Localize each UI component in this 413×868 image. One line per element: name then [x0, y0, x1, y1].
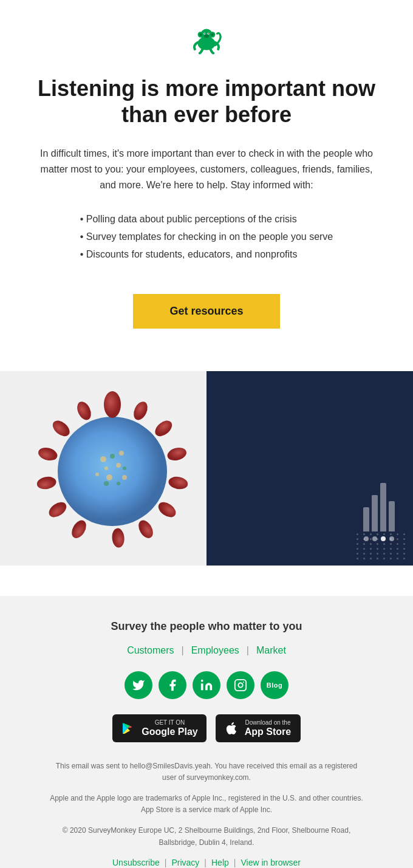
headline: Listening is more important now than eve…: [12, 75, 401, 128]
footer-copyright: © 2020 SurveyMonkey Europe UC, 2 Shelbou…: [12, 825, 401, 848]
app-store-text: Download on the App Store: [245, 719, 291, 737]
svg-point-10: [204, 35, 209, 38]
bottom-sep-1: |: [165, 858, 167, 867]
footer-links: Unsubscribe | Privacy | Help | View in b…: [12, 858, 401, 867]
footer-nav-customers[interactable]: Customers: [127, 645, 174, 656]
bullet-1: • Polling data about public perceptions …: [80, 211, 333, 228]
svg-point-27: [116, 463, 121, 468]
bullet-list: • Polling data about public perceptions …: [56, 211, 358, 263]
facebook-icon[interactable]: [159, 671, 186, 699]
app-store-main: App Store: [245, 726, 291, 737]
blog-label: Blog: [267, 682, 282, 689]
cta-button-wrapper: Get resources: [12, 294, 401, 329]
svg-point-17: [166, 445, 188, 462]
footer-nav-market[interactable]: Market: [256, 645, 286, 656]
chart-bar-1: [363, 507, 369, 531]
svg-point-29: [119, 451, 124, 456]
svg-point-5: [211, 33, 214, 36]
svg-point-28: [106, 474, 112, 480]
svg-point-37: [201, 679, 203, 682]
google-play-text: GET IT ON Google Play: [142, 719, 197, 737]
spacer: [0, 566, 413, 596]
chart-bar-3: [380, 483, 386, 531]
svg-point-4: [199, 33, 202, 36]
dot-pattern: [357, 533, 407, 559]
bullet-2: • Survey templates for checking in on th…: [80, 228, 333, 246]
linkedin-icon[interactable]: [193, 671, 220, 699]
hero-right: [206, 371, 413, 566]
svg-point-30: [95, 473, 99, 476]
svg-point-14: [75, 399, 94, 422]
footer-legal-apple: Apple and the Apple logo are trademarks …: [12, 793, 401, 816]
svg-point-26: [100, 456, 106, 462]
svg-point-13: [131, 399, 151, 422]
google-play-main: Google Play: [142, 726, 197, 737]
footer-nav-employees[interactable]: Employees: [191, 645, 239, 656]
svg-point-11: [58, 417, 167, 526]
svg-point-23: [135, 518, 155, 541]
app-buttons: GET IT ON Google Play Download on the Ap…: [12, 714, 401, 742]
svg-point-22: [46, 499, 69, 520]
svg-point-12: [104, 391, 121, 418]
footer-tagline: Survey the people who matter to you: [12, 620, 401, 633]
chart-bar-2: [372, 495, 378, 531]
logo-area: [12, 24, 401, 57]
svg-point-35: [104, 481, 109, 486]
svg-rect-38: [235, 679, 246, 690]
chart-bar-4: [389, 501, 395, 531]
svg-point-32: [104, 466, 108, 470]
google-play-button[interactable]: GET IT ON Google Play: [112, 714, 206, 742]
get-resources-button[interactable]: Get resources: [133, 294, 279, 329]
top-section: Listening is more important now than eve…: [0, 0, 413, 371]
social-icons: Blog: [12, 671, 401, 699]
instagram-icon[interactable]: [227, 671, 254, 699]
svg-point-9: [208, 33, 210, 35]
footer-legal-email: This email was sent to hello@SmilesDavis…: [12, 760, 401, 784]
play-store-icon: [121, 721, 135, 736]
svg-point-25: [111, 527, 125, 548]
svg-point-18: [37, 445, 59, 462]
twitter-icon[interactable]: [125, 671, 152, 699]
view-in-browser-link[interactable]: View in browser: [241, 858, 301, 867]
chart-area: [363, 483, 395, 541]
app-store-button[interactable]: Download on the App Store: [216, 714, 301, 742]
svg-point-31: [122, 475, 127, 480]
apple-icon: [224, 721, 239, 736]
footer-section: Survey the people who matter to you Cust…: [0, 596, 413, 868]
body-text: In difficult times, it's more important …: [12, 146, 401, 193]
svg-point-20: [36, 475, 57, 490]
svg-point-24: [69, 518, 89, 541]
svg-point-19: [168, 475, 189, 490]
separator-2: |: [247, 645, 249, 656]
bottom-sep-3: |: [234, 858, 236, 867]
app-store-sub: Download on the: [245, 719, 291, 726]
footer-nav: Customers | Employees | Market: [12, 645, 401, 656]
svg-point-34: [123, 466, 126, 470]
svg-point-33: [110, 454, 115, 459]
hero-image: [0, 371, 413, 566]
blog-icon[interactable]: Blog: [261, 671, 288, 699]
email-wrapper: Listening is more important now than eve…: [0, 0, 413, 868]
surveymonkey-logo-icon: [182, 24, 231, 55]
svg-point-36: [117, 482, 120, 485]
svg-point-21: [155, 499, 179, 520]
virus-illustration-icon: [18, 371, 213, 566]
separator-1: |: [181, 645, 183, 656]
privacy-link[interactable]: Privacy: [171, 858, 199, 867]
bullet-3: • Discounts for students, educators, and…: [80, 246, 333, 264]
help-link[interactable]: Help: [211, 858, 229, 867]
bottom-sep-2: |: [204, 858, 206, 867]
svg-point-8: [204, 33, 205, 35]
svg-point-15: [152, 417, 175, 439]
google-play-sub: GET IT ON: [142, 719, 197, 726]
unsubscribe-link[interactable]: Unsubscribe: [112, 858, 160, 867]
svg-point-16: [50, 417, 72, 439]
